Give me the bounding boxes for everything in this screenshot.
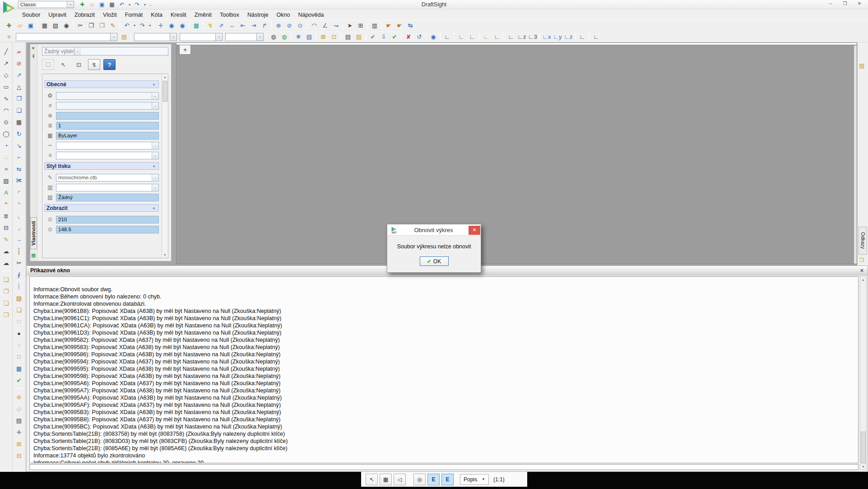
edit-block-attribute-tool[interactable]: ∷ bbox=[14, 316, 24, 327]
menu-toolbox[interactable]: Toolbox bbox=[216, 11, 243, 19]
menu-soubor[interactable]: Soubor bbox=[18, 11, 44, 19]
align-tool[interactable]: ⇆ bbox=[14, 163, 24, 175]
property-value[interactable]: 148.5 bbox=[56, 226, 159, 233]
save-file[interactable]: ▣ bbox=[25, 21, 36, 30]
menu-zmenit[interactable]: Změnit bbox=[190, 11, 216, 19]
print[interactable]: ▦ bbox=[39, 21, 50, 30]
mass-properties-tool[interactable]: ⊞ bbox=[14, 438, 24, 450]
entity-track-toggle[interactable]: E bbox=[441, 474, 454, 485]
property-value[interactable] bbox=[56, 152, 159, 159]
close-icon[interactable]: ✕ bbox=[860, 268, 864, 274]
hatch-tool[interactable]: ▨ bbox=[1, 175, 12, 186]
pan[interactable]: ✛ bbox=[155, 21, 166, 30]
new-file[interactable]: ✚ bbox=[4, 21, 14, 30]
paste[interactable]: ❒ bbox=[97, 21, 107, 30]
rotate-tool[interactable]: ↻ bbox=[14, 128, 24, 140]
ccs-by-entity[interactable]: ∟ bbox=[481, 32, 492, 42]
ccs-rotate-x[interactable]: ∟x bbox=[541, 32, 552, 42]
menu-zobrazit[interactable]: Zobrazit bbox=[70, 11, 99, 19]
layers-palette-button[interactable]: ≡ bbox=[4, 32, 14, 42]
tolerance[interactable]: ⊞ bbox=[355, 21, 366, 30]
dimension-style[interactable]: ▥ bbox=[369, 21, 380, 30]
close-icon[interactable]: ✕ bbox=[469, 226, 480, 235]
menu-napoveda[interactable]: Nápověda bbox=[294, 11, 328, 19]
ccs-3-point[interactable]: ∟3 bbox=[527, 32, 538, 42]
ccs-rotate-z[interactable]: ∟z bbox=[563, 32, 574, 42]
note-tool[interactable]: ≣ bbox=[1, 210, 12, 222]
ortho-toggle[interactable]: ◁ bbox=[394, 474, 406, 485]
thaw-layer[interactable]: ▤ bbox=[304, 32, 315, 42]
quick-toolbar-options-button[interactable]: ⌄ bbox=[148, 0, 153, 9]
pattern-linear-tool[interactable]: ∷ bbox=[14, 351, 24, 363]
ccs-z-axis[interactable]: ∟z bbox=[516, 32, 527, 42]
callout-tool[interactable]: ❝ bbox=[1, 198, 12, 210]
define-block-attribute-tool[interactable]: ❑ bbox=[1, 297, 12, 309]
fillet-tool[interactable]: ◜ bbox=[14, 186, 24, 198]
ok-button[interactable]: ✔ OK bbox=[420, 256, 449, 266]
restore-icon[interactable]: ❐ bbox=[842, 1, 848, 6]
move-tool[interactable]: ↗ bbox=[14, 69, 24, 81]
property-value[interactable] bbox=[56, 92, 159, 100]
workspace-select[interactable]: Classic bbox=[18, 1, 74, 8]
center-mark[interactable]: ⊕ bbox=[273, 21, 284, 30]
edit-annotation-tool[interactable]: ✎ bbox=[1, 233, 12, 245]
prop-layer[interactable]: ≡ bbox=[44, 102, 159, 110]
align-dimension[interactable]: ↹ bbox=[405, 21, 416, 30]
print-preview[interactable]: ◉ bbox=[61, 21, 72, 30]
elliptical-arc-tool[interactable]: ◔ bbox=[1, 140, 12, 151]
ccs-world[interactable]: ∟ bbox=[456, 32, 467, 42]
menu-okno[interactable]: Okno bbox=[273, 11, 294, 19]
property-value[interactable]: Zobrazit bbox=[45, 204, 158, 212]
delete-layer[interactable]: ✘ bbox=[403, 32, 414, 42]
cloud-tool[interactable]: ☁ bbox=[1, 257, 12, 269]
panel-scrollbar[interactable]: ▲ ▼ bbox=[162, 74, 168, 258]
infinite-line-tool[interactable]: ↗ bbox=[1, 57, 12, 69]
ccs-properties[interactable]: ∟ bbox=[591, 32, 602, 42]
discard-duplicates-tool[interactable]: ⊘ bbox=[14, 57, 24, 69]
join-tool[interactable]: → bbox=[14, 233, 24, 245]
edit-hatch-tool[interactable]: ▨ bbox=[14, 292, 24, 304]
chevron-down-icon[interactable] bbox=[67, 1, 74, 8]
open-file[interactable]: ▱ bbox=[14, 21, 25, 30]
ccs-move[interactable]: ∟ bbox=[577, 32, 588, 42]
point-tool[interactable]: ∴ bbox=[1, 151, 12, 163]
section-zobrazit[interactable]: Zobrazit bbox=[44, 204, 159, 212]
zoom-dynamic[interactable]: ◉ bbox=[166, 21, 177, 30]
select-matching-button[interactable]: ↖ bbox=[57, 59, 70, 70]
chevron-down-icon[interactable] bbox=[215, 33, 222, 41]
chevron-down-icon[interactable] bbox=[110, 33, 117, 41]
undo[interactable]: ↶ bbox=[121, 21, 132, 30]
prop-print-style[interactable]: ✎ monochrome.ctb bbox=[44, 173, 159, 182]
property-value[interactable] bbox=[56, 102, 159, 110]
prop-print-style-table[interactable]: ▥ bbox=[44, 183, 159, 191]
ccs[interactable]: ∟ bbox=[442, 32, 453, 42]
chamfer-tool[interactable]: ◟ bbox=[14, 210, 24, 222]
layers-manager-button[interactable]: ▤ bbox=[119, 32, 130, 42]
show-layer[interactable]: ◍ bbox=[279, 32, 290, 42]
arc-length-dimension[interactable]: ◠ bbox=[309, 21, 320, 30]
prop-center-y[interactable]: ⊙ 148.5 bbox=[44, 225, 159, 233]
prop-lineweight[interactable]: ≣ 1 bbox=[44, 121, 159, 130]
chevron-down-icon[interactable] bbox=[74, 47, 81, 55]
undo-menu-button[interactable]: ▾ bbox=[127, 0, 132, 9]
redo-menu[interactable]: ▾ bbox=[148, 21, 152, 30]
property-value[interactable]: Styl tisku bbox=[45, 162, 158, 170]
unisolate-layer[interactable]: ▤ bbox=[353, 32, 364, 42]
print-button[interactable]: ▦ bbox=[107, 0, 116, 9]
activate-layer[interactable]: ✔ bbox=[367, 32, 378, 42]
list-properties-tool[interactable]: ▤ bbox=[14, 414, 24, 426]
tab-properties[interactable]: Vlastnosti bbox=[30, 217, 37, 249]
menu-nastroje[interactable]: Nástroje bbox=[243, 11, 273, 19]
copy-tool[interactable]: ❐ bbox=[14, 93, 24, 104]
leader[interactable]: ➤ bbox=[344, 21, 355, 30]
dialog-title-bar[interactable]: 2017 Obnovit výkres ✕ bbox=[387, 224, 481, 235]
get-distance-tool[interactable]: ⊚ bbox=[14, 391, 24, 403]
canvas-scrollbar[interactable] bbox=[854, 46, 857, 264]
line-color-select[interactable] bbox=[134, 33, 177, 41]
grid-toggle[interactable]: ▦ bbox=[380, 474, 392, 485]
ccs-rotate-y[interactable]: ∟y bbox=[552, 32, 563, 42]
section-styl-tisku[interactable]: Styl tisku bbox=[44, 162, 159, 170]
active-layer-select[interactable] bbox=[16, 33, 117, 41]
prop-linestyle[interactable]: ┉ bbox=[44, 141, 159, 149]
scroll-up-icon[interactable]: ▲ bbox=[860, 278, 866, 281]
